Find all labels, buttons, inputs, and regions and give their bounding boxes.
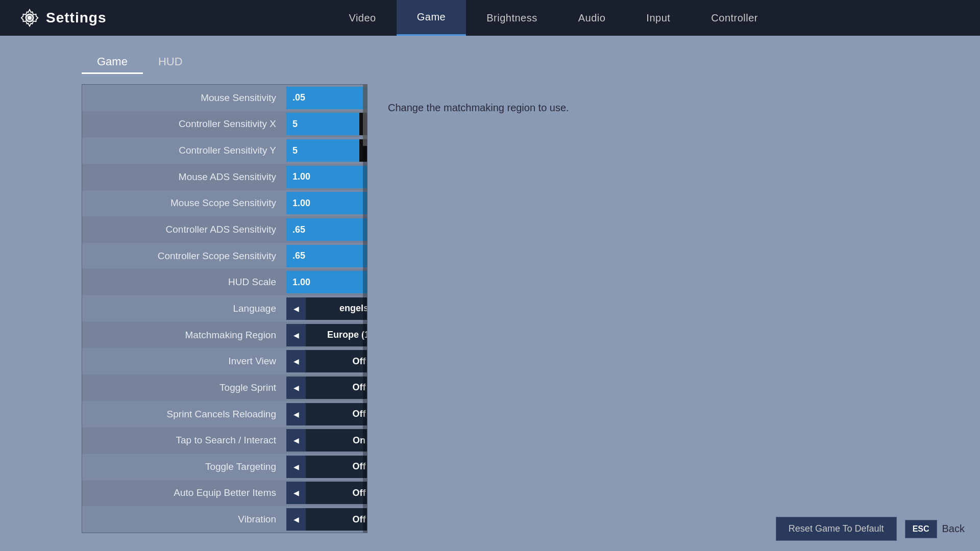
- table-row: Toggle Targeting ◀ Off ▶: [82, 454, 367, 480]
- setting-label-ctrl-sens-x: Controller Sensitivity X: [82, 118, 286, 130]
- info-description: Change the matchmaking region to use.: [388, 102, 960, 114]
- settings-panel: Game HUD Mouse Sensitivity .05 Controlle…: [0, 51, 368, 551]
- reset-button[interactable]: Reset Game To Default: [776, 517, 897, 541]
- table-row: Matchmaking Region ◀ Europe (19ms) ▶: [82, 322, 367, 348]
- table-row: Invert View ◀ Off ▶: [82, 348, 367, 374]
- info-panel: Change the matchmaking region to use.: [368, 51, 980, 551]
- toggle-targeting-value: Off: [306, 456, 368, 478]
- main-nav: Video Game Brightness Audio Input Contro…: [147, 0, 960, 36]
- dropdown-sprint-cancel: ◀ Off ▶: [286, 403, 368, 425]
- slider-hud-scale[interactable]: 1.00: [286, 271, 368, 293]
- setting-label-language: Language: [82, 303, 286, 314]
- table-row: Mouse Sensitivity .05: [82, 85, 367, 111]
- scroll-thumb[interactable]: [363, 85, 367, 146]
- esc-back: ESC Back: [905, 520, 965, 538]
- setting-control-hud-scale[interactable]: 1.00: [286, 269, 368, 295]
- nav-brightness[interactable]: Brightness: [466, 0, 558, 36]
- setting-control-toggle-targeting[interactable]: ◀ Off ▶: [286, 454, 368, 480]
- setting-control-toggle-sprint[interactable]: ◀ Off ▶: [286, 374, 368, 401]
- setting-control-ctrl-ads[interactable]: .65: [286, 216, 368, 243]
- tab-game[interactable]: Game: [82, 51, 143, 74]
- setting-label-mouse-scope: Mouse Scope Sensitivity: [82, 197, 286, 209]
- toggle-sprint-prev-button[interactable]: ◀: [286, 377, 306, 399]
- table-row: Mouse ADS Sensitivity 1.00: [82, 164, 367, 190]
- tap-search-prev-button[interactable]: ◀: [286, 429, 306, 452]
- region-prev-button[interactable]: ◀: [286, 324, 306, 346]
- table-row: Mouse Scope Sensitivity 1.00: [82, 190, 367, 217]
- app-title: Settings: [46, 10, 106, 26]
- slider-mouse-ads[interactable]: 1.00: [286, 166, 368, 188]
- language-prev-button[interactable]: ◀: [286, 297, 306, 320]
- sub-tabs: Game HUD: [82, 51, 368, 74]
- region-value: Europe (19ms): [306, 324, 368, 346]
- nav-controller[interactable]: Controller: [691, 0, 778, 36]
- setting-label-mouse-sensitivity: Mouse Sensitivity: [82, 92, 286, 104]
- setting-control-ctrl-sens-y[interactable]: 5: [286, 137, 368, 164]
- table-row: Sprint Cancels Reloading ◀ Off ▶: [82, 401, 367, 428]
- gear-icon: [20, 9, 39, 27]
- table-row: Language ◀ engelska ▶: [82, 295, 367, 322]
- setting-label-ctrl-sens-y: Controller Sensitivity Y: [82, 145, 286, 156]
- setting-control-auto-equip[interactable]: ◀ Off ▶: [286, 480, 368, 507]
- header-logo: Settings: [20, 9, 106, 27]
- slider-ctrl-scope[interactable]: .65: [286, 245, 368, 267]
- nav-audio[interactable]: Audio: [558, 0, 626, 36]
- slider-ctrl-sens-y[interactable]: 5: [286, 139, 368, 162]
- invert-view-value: Off: [306, 350, 368, 372]
- nav-game[interactable]: Game: [397, 0, 466, 36]
- tab-hud[interactable]: HUD: [143, 51, 198, 74]
- dropdown-tap-search: ◀ On ▶: [286, 429, 368, 452]
- auto-equip-value: Off: [306, 482, 368, 504]
- setting-control-mouse-scope[interactable]: 1.00: [286, 190, 368, 217]
- sprint-cancel-prev-button[interactable]: ◀: [286, 403, 306, 425]
- slider-ctrl-ads[interactable]: .65: [286, 218, 368, 241]
- dropdown-language: ◀ engelska ▶: [286, 297, 368, 320]
- table-row: Toggle Sprint ◀ Off ▶: [82, 374, 367, 401]
- setting-control-vibration[interactable]: ◀ Off ▶: [286, 506, 368, 533]
- setting-label-sprint-cancel: Sprint Cancels Reloading: [82, 409, 286, 420]
- setting-control-language[interactable]: ◀ engelska ▶: [286, 295, 368, 322]
- nav-input[interactable]: Input: [626, 0, 691, 36]
- scroll-indicator[interactable]: [363, 85, 367, 533]
- setting-control-tap-search[interactable]: ◀ On ▶: [286, 427, 368, 454]
- header: Settings Video Game Brightness Audio Inp…: [0, 0, 980, 36]
- dropdown-toggle-targeting: ◀ Off ▶: [286, 456, 368, 478]
- setting-label-ctrl-ads: Controller ADS Sensitivity: [82, 224, 286, 235]
- table-row: HUD Scale 1.00: [82, 269, 367, 295]
- bottom-bar: Reset Game To Default ESC Back: [776, 517, 965, 541]
- vibration-prev-button[interactable]: ◀: [286, 508, 306, 531]
- settings-list: Mouse Sensitivity .05 Controller Sensiti…: [82, 84, 368, 533]
- setting-control-ctrl-scope[interactable]: .65: [286, 243, 368, 269]
- setting-label-invert-view: Invert View: [82, 356, 286, 367]
- esc-key[interactable]: ESC: [905, 520, 937, 538]
- slider-mouse-sensitivity[interactable]: .05: [286, 87, 368, 109]
- auto-equip-prev-button[interactable]: ◀: [286, 482, 306, 504]
- table-row: Controller Sensitivity Y 5: [82, 137, 367, 164]
- table-row: Controller Sensitivity X 5: [82, 111, 367, 138]
- nav-video[interactable]: Video: [328, 0, 396, 36]
- slider-mouse-scope[interactable]: 1.00: [286, 192, 368, 214]
- setting-control-mouse-sensitivity[interactable]: .05: [286, 85, 368, 111]
- setting-label-toggle-targeting: Toggle Targeting: [82, 461, 286, 472]
- language-value: engelska: [306, 297, 368, 320]
- slider-ctrl-sens-x[interactable]: 5: [286, 113, 368, 135]
- dropdown-invert-view: ◀ Off ▶: [286, 350, 368, 372]
- setting-control-ctrl-sens-x[interactable]: 5: [286, 111, 368, 138]
- table-row: Controller Scope Sensitivity .65: [82, 243, 367, 269]
- back-label[interactable]: Back: [942, 523, 965, 535]
- setting-label-vibration: Vibration: [82, 514, 286, 525]
- table-row: Tap to Search / Interact ◀ On ▶: [82, 427, 367, 454]
- setting-control-region[interactable]: ◀ Europe (19ms) ▶: [286, 322, 368, 348]
- table-row: Controller ADS Sensitivity .65: [82, 216, 367, 243]
- setting-label-toggle-sprint: Toggle Sprint: [82, 382, 286, 393]
- setting-control-invert-view[interactable]: ◀ Off ▶: [286, 348, 368, 374]
- setting-control-mouse-ads[interactable]: 1.00: [286, 164, 368, 190]
- setting-label-ctrl-scope: Controller Scope Sensitivity: [82, 251, 286, 262]
- setting-label-region: Matchmaking Region: [82, 330, 286, 341]
- toggle-targeting-prev-button[interactable]: ◀: [286, 456, 306, 478]
- vibration-value: Off: [306, 508, 368, 531]
- toggle-sprint-value: Off: [306, 377, 368, 399]
- setting-control-sprint-cancel[interactable]: ◀ Off ▶: [286, 401, 368, 428]
- main-content: Game HUD Mouse Sensitivity .05 Controlle…: [0, 36, 980, 551]
- invert-view-prev-button[interactable]: ◀: [286, 350, 306, 372]
